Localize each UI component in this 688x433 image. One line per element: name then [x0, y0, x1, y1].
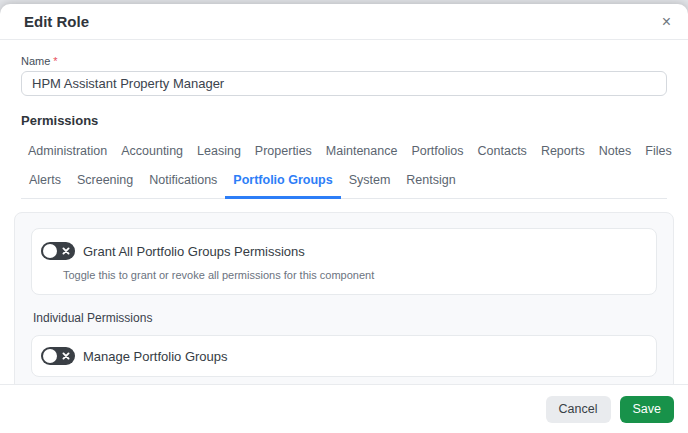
tab-maintenance[interactable]: Maintenance	[319, 138, 405, 164]
permissions-tabs-row1: AdministrationAccountingLeasingPropertie…	[21, 138, 667, 164]
tab-accounting[interactable]: Accounting	[114, 138, 190, 164]
permission-label: Manage Portfolio Groups	[83, 349, 228, 364]
grant-all-toggle[interactable]	[41, 242, 75, 260]
tab-portfolios[interactable]: Portfolios	[404, 138, 470, 164]
tab-notes[interactable]: Notes	[592, 138, 639, 164]
tab-files[interactable]: Files	[638, 138, 678, 164]
grant-all-label: Grant All Portfolio Groups Permissions	[83, 244, 305, 259]
edit-role-modal: Edit Role × Name* Permissions Administra…	[0, 4, 688, 433]
grant-all-help-text: Toggle this to grant or revoke all permi…	[63, 269, 642, 281]
tab-screening[interactable]: Screening	[69, 167, 141, 199]
tab-leasing[interactable]: Leasing	[190, 138, 248, 164]
name-label-text: Name	[21, 55, 50, 67]
name-label: Name*	[21, 55, 667, 67]
portfolio-groups-panel: Grant All Portfolio Groups Permissions T…	[14, 212, 674, 394]
permission-toggle[interactable]	[41, 347, 75, 365]
modal-title: Edit Role	[24, 13, 89, 30]
permission-row-manage-portfolio-groups: Manage Portfolio Groups	[31, 335, 657, 377]
permissions-tabs-row2: AlertsScreeningNotificationsPortfolio Gr…	[21, 167, 667, 199]
individual-permissions-list: Manage Portfolio Groups	[31, 335, 657, 377]
required-asterisk: *	[53, 55, 57, 67]
modal-body: Name* Permissions AdministrationAccounti…	[0, 55, 688, 394]
tab-alerts[interactable]: Alerts	[21, 167, 69, 199]
tab-administration[interactable]: Administration	[21, 138, 114, 164]
individual-permissions-heading: Individual Permissions	[33, 311, 657, 325]
tab-portfolio-groups[interactable]: Portfolio Groups	[225, 167, 340, 199]
cancel-button[interactable]: Cancel	[546, 396, 611, 423]
close-icon[interactable]: ×	[659, 14, 674, 30]
grant-all-toggle-row: Grant All Portfolio Groups Permissions	[41, 242, 642, 260]
toggle-knob	[43, 244, 57, 258]
modal-footer: Cancel Save	[0, 384, 688, 433]
tab-properties[interactable]: Properties	[248, 138, 319, 164]
name-input[interactable]	[21, 71, 667, 96]
toggle-x-icon	[62, 247, 70, 255]
tab-notifications[interactable]: Notifications	[141, 167, 225, 199]
modal-header: Edit Role ×	[0, 4, 688, 40]
tab-rentsign[interactable]: Rentsign	[398, 167, 463, 199]
save-button[interactable]: Save	[620, 396, 675, 423]
tab-system[interactable]: System	[341, 167, 399, 199]
permissions-heading: Permissions	[21, 113, 667, 128]
grant-all-card: Grant All Portfolio Groups Permissions T…	[31, 228, 657, 295]
toggle-x-icon	[62, 352, 70, 360]
tab-contacts[interactable]: Contacts	[471, 138, 534, 164]
toggle-knob	[43, 349, 57, 363]
tab-reports[interactable]: Reports	[534, 138, 592, 164]
